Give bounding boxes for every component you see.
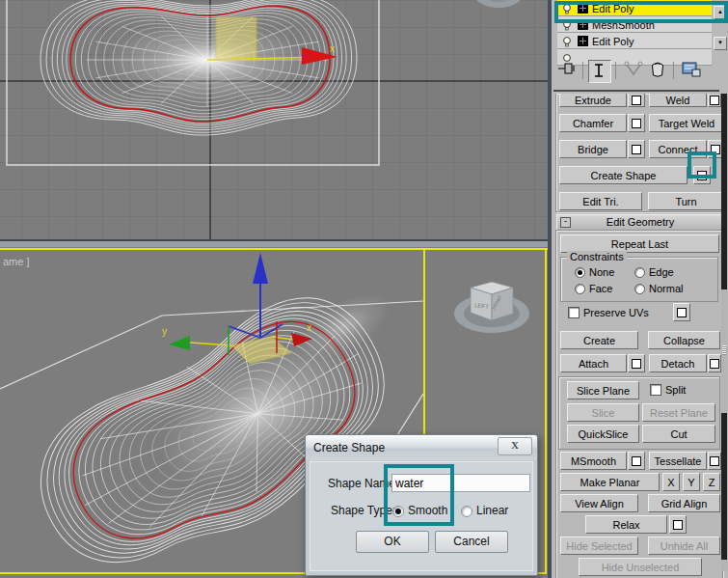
dialog-titlebar[interactable]: Create Shape X (306, 435, 537, 460)
selected-faces-highlight (216, 17, 256, 60)
remove-modifier-icon[interactable] (648, 60, 669, 81)
modifier-label: Edit Poly (592, 3, 634, 14)
detach-button[interactable]: Detach (649, 354, 707, 372)
smooth-radio[interactable] (392, 506, 404, 517)
edit-geometry-rollout-header[interactable]: - Edit Geometry (556, 214, 724, 231)
active-border-right (545, 248, 547, 574)
reset-plane-button[interactable]: Reset Plane (642, 403, 715, 422)
preserve-uvs-checkbox[interactable] (568, 307, 580, 318)
chamfer-settings-button[interactable] (628, 114, 645, 132)
target-weld-button[interactable]: Target Weld (649, 114, 724, 132)
toolbar-separator (673, 62, 674, 79)
constraint-none-label[interactable]: None (589, 266, 614, 278)
cut-button[interactable]: Cut (642, 425, 715, 443)
constraint-none-radio[interactable] (575, 267, 585, 278)
shape-name-input[interactable] (391, 474, 530, 492)
shape-name-label: Shape Name: (328, 477, 398, 490)
linear-radio[interactable] (461, 506, 472, 517)
slice-group: Slice Plane Split Slice Reset Plane Quic… (558, 376, 720, 450)
show-end-result-icon[interactable] (588, 60, 611, 83)
x-axis-label: x (307, 322, 311, 333)
collapse-button[interactable]: Collapse (648, 331, 720, 349)
msmooth-settings-button[interactable] (628, 452, 645, 470)
slice-button[interactable]: Slice (567, 403, 639, 422)
modifier-icon (578, 36, 588, 46)
turn-button[interactable]: Turn (648, 192, 724, 210)
modifier-label: MeshSmooth (592, 19, 655, 31)
bridge-settings-button[interactable] (628, 140, 645, 158)
cancel-button[interactable]: Cancel (435, 531, 508, 553)
attach-settings-button[interactable] (628, 354, 645, 372)
constraint-normal-radio[interactable] (634, 284, 645, 294)
make-planar-y-button[interactable]: Y (683, 473, 700, 491)
pin-stack-icon[interactable] (557, 60, 579, 81)
extrude-settings-button[interactable] (628, 94, 645, 107)
detach-settings-button[interactable] (708, 354, 721, 372)
y-axis-label: y (162, 326, 167, 337)
x-axis-label: x (330, 43, 335, 54)
msmooth-button[interactable]: MSmooth (560, 452, 627, 470)
stack-scrollbar: ▲ ▼ (713, 0, 726, 53)
preserve-uvs-label[interactable]: Preserve UVs (583, 307, 649, 318)
dialog-title: Create Shape (313, 441, 385, 454)
bridge-button[interactable]: Bridge (559, 140, 627, 158)
relax-button[interactable]: Relax (585, 515, 667, 534)
modifier-stack-list: Edit Poly MeshSmooth Edit Poly (557, 0, 712, 54)
unhide-all-button[interactable]: Unhide All (648, 537, 720, 555)
lightbulb-icon (561, 36, 573, 47)
create-button[interactable]: Create (560, 331, 638, 349)
modifier-stack-item[interactable]: Edit Poly (557, 0, 712, 16)
create-shape-dialog: Create Shape X Shape Name: Shape Type: S… (305, 434, 538, 576)
viewport-top[interactable]: x (0, 0, 548, 239)
tessellate-button[interactable]: Tessellate (649, 452, 707, 470)
hide-unselected-button[interactable]: Hide Unselected (579, 558, 702, 576)
quickslice-button[interactable]: QuickSlice (567, 425, 639, 443)
modifier-stack-item[interactable]: MeshSmooth (557, 16, 712, 33)
attach-button[interactable]: Attach (560, 354, 627, 372)
constraint-normal-label[interactable]: Normal (649, 283, 683, 294)
tessellate-settings-button[interactable] (708, 452, 721, 470)
ok-button[interactable]: OK (356, 531, 429, 553)
constraint-face-radio[interactable] (575, 284, 585, 294)
smooth-label[interactable]: Smooth (408, 504, 447, 517)
modifier-icon (578, 19, 588, 30)
rollout-collapse-icon[interactable]: - (560, 217, 571, 228)
panel-scrollbar-thumb[interactable] (721, 289, 727, 413)
connect-button[interactable]: Connect (649, 140, 707, 158)
hide-selected-button[interactable]: Hide Selected (560, 537, 638, 555)
linear-label[interactable]: Linear (476, 504, 508, 517)
extrude-button[interactable]: Extrude (559, 94, 627, 107)
panel-separator (553, 90, 719, 92)
chamfer-button[interactable]: Chamfer (559, 114, 627, 132)
stack-scroll-up-button[interactable]: ▲ (714, 6, 727, 19)
make-planar-button[interactable]: Make Planar (560, 473, 660, 491)
grid-align-button[interactable]: Grid Align (648, 494, 720, 512)
viewport-label-fragment[interactable]: ame ] (3, 256, 30, 267)
split-label[interactable]: Split (665, 384, 686, 396)
panel-scrollbar-cap (721, 560, 727, 571)
split-checkbox[interactable] (650, 384, 661, 396)
weld-settings-button[interactable] (708, 94, 721, 107)
create-shape-button[interactable]: Create Shape (559, 166, 688, 184)
constraint-edge-radio[interactable] (634, 267, 645, 278)
configure-modifier-sets-icon[interactable] (681, 60, 702, 81)
modifier-stack-item[interactable]: Edit Poly (557, 33, 712, 49)
view-align-button[interactable]: View Align (560, 494, 638, 512)
constraint-face-label[interactable]: Face (589, 283, 612, 294)
panel-scrollbar[interactable] (721, 94, 727, 571)
edit-tri-button[interactable]: Edit Tri. (559, 192, 642, 210)
active-border-top (0, 248, 548, 250)
preserve-uvs-settings-button[interactable] (673, 303, 690, 321)
weld-button[interactable]: Weld (649, 94, 707, 107)
rollout-title: Edit Geometry (607, 216, 674, 228)
constraint-edge-label[interactable]: Edge (649, 266, 674, 278)
create-shape-settings-button[interactable] (693, 166, 711, 184)
make-planar-x-button[interactable]: X (662, 473, 680, 491)
make-planar-z-button[interactable]: Z (703, 473, 720, 491)
slice-plane-button[interactable]: Slice Plane (567, 381, 639, 399)
relax-settings-button[interactable] (669, 515, 687, 534)
close-icon[interactable]: X (498, 437, 532, 455)
stack-scroll-down-button[interactable]: ▼ (714, 37, 727, 50)
top-view-canvas: x (0, 0, 548, 239)
make-unique-icon[interactable] (623, 60, 644, 81)
